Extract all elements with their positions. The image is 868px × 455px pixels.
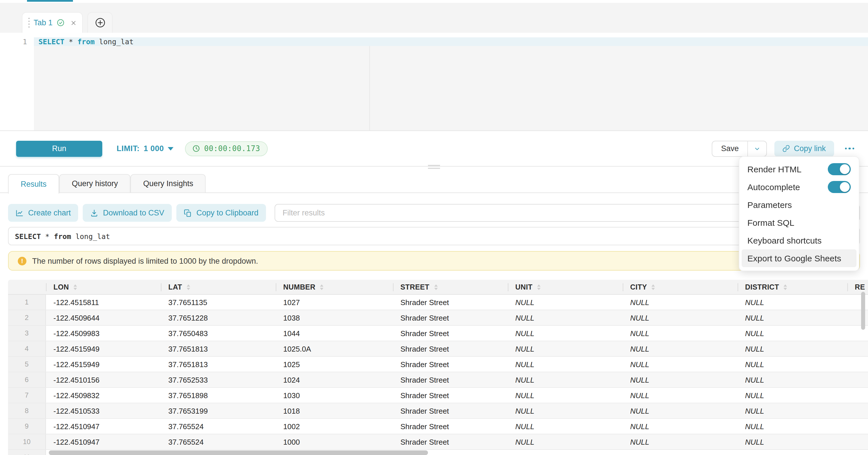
table-cell: -122.4515949 [46,357,161,372]
download-csv-label: Download to CSV [103,209,164,217]
menu-item-label: Format SQL [747,218,794,228]
autocomplete-toggle[interactable] [828,181,851,193]
copy-link-button[interactable]: Copy link [774,141,834,156]
sort-icon[interactable] [537,284,540,290]
table-cell: 37.7652533 [161,372,276,387]
column-header-city[interactable]: CITY [623,280,738,294]
menu-item-render-html[interactable]: Render HTML [739,160,859,178]
table-header-row: LONLATNUMBERSTREETUNITCITYDISTRICTRE [8,280,868,295]
pane-resize-handle[interactable] [428,165,440,171]
create-chart-button[interactable]: Create chart [8,204,79,222]
table-row: 9-122.451094737.7655241002Shrader Street… [8,419,868,434]
sort-icon[interactable] [652,284,655,290]
column-header-re[interactable]: RE [847,280,868,294]
sql-code-line[interactable]: SELECT * from long_lat [38,37,133,46]
save-options-button[interactable] [748,141,766,156]
table-cell: NULL [508,326,623,341]
limit-dropdown[interactable]: LIMIT: 1 000 [117,144,174,153]
column-header-district[interactable]: DISTRICT [738,280,847,294]
table-row: 5-122.451594937.76518131025Shrader Stree… [8,357,868,372]
sql-text: * [64,37,77,46]
sort-icon[interactable] [434,284,437,290]
column-header-lon[interactable]: LON [46,280,161,294]
table-cell: NULL [508,295,623,310]
table-cell: Shrader Street [393,388,508,403]
table-cell: NULL [738,419,847,434]
table-cell: NULL [508,419,623,434]
column-header-unit[interactable]: UNIT [508,280,623,294]
sql-lab-app: Tab 1 1 SELECT * from long_lat Run LIMIT… [0,0,868,455]
menu-item-label: Keyboard shortcuts [747,236,822,245]
table-cell: 1044 [276,326,393,341]
table-cell: Shrader Street [393,403,508,418]
copy-clipboard-button[interactable]: Copy to Clipboard [176,204,266,222]
table-cell: -122.4515811 [46,295,161,310]
table-cell: 1038 [276,310,393,325]
table-cell: 37.7650483 [161,326,276,341]
vertical-scrollbar[interactable] [861,292,865,330]
save-button[interactable]: Save [712,141,747,156]
close-icon[interactable] [70,20,76,26]
table-row: 4-122.451594937.76518131025.0AShrader St… [8,341,868,357]
sort-icon[interactable] [73,284,77,290]
row-number: 9 [8,419,46,434]
column-header-lat[interactable]: LAT [161,280,276,294]
menu-item-label: Export to Google Sheets [747,253,841,263]
menu-item-keyboard-shortcuts[interactable]: Keyboard shortcuts [739,232,859,249]
row-number: 4 [8,341,46,356]
table-cell: NULL [738,434,847,449]
render-html-toggle[interactable] [828,163,851,175]
editor-tab-label: Tab 1 [34,19,53,27]
sql-keyword: from [54,232,71,240]
table-cell: NULL [623,450,738,455]
add-tab-button[interactable] [87,12,113,33]
row-number: 1 [8,295,46,310]
table-cell: NULL [623,403,738,418]
menu-item-export-google-sheets[interactable]: Export to Google Sheets [742,249,857,267]
editor-tab-active[interactable]: Tab 1 [22,12,83,33]
sort-icon[interactable] [784,284,787,290]
tab-query-insights[interactable]: Query Insights [131,174,206,193]
table-cell [847,403,868,418]
table-cell: NULL [508,388,623,403]
tab-results[interactable]: Results [8,174,59,193]
table-cell: Shrader Street [393,310,508,325]
sort-icon[interactable] [320,284,323,290]
table-cell: NULL [738,326,847,341]
download-csv-button[interactable]: Download to CSV [83,204,172,222]
table-cell: 37.7651813 [161,357,276,372]
row-number: 2 [8,310,46,325]
editor-background[interactable] [34,46,868,130]
horizontal-scrollbar[interactable] [49,450,428,455]
column-label: CITY [630,283,647,291]
table-cell: 1030 [276,388,393,403]
table-cell: -122.4509983 [46,326,161,341]
menu-item-format-sql[interactable]: Format SQL [739,214,859,232]
table-cell: NULL [738,388,847,403]
table-cell: NULL [623,341,738,356]
table-row: 8-122.451053337.76531991018Shrader Stree… [8,403,868,419]
table-cell: NULL [738,450,847,455]
run-button[interactable]: Run [16,141,102,156]
column-header-number[interactable]: NUMBER [276,280,393,294]
column-label: RE [855,283,865,291]
editor-current-line-highlight [34,37,868,46]
column-header-street[interactable]: STREET [393,280,508,294]
tab-query-history[interactable]: Query history [59,174,131,193]
sort-icon[interactable] [187,284,190,290]
more-options-button[interactable] [844,144,855,153]
table-cell: -122.4510156 [46,372,161,387]
sql-editor[interactable]: 1 SELECT * from long_lat [0,33,868,130]
menu-item-autocomplete[interactable]: Autocomplete [739,178,859,196]
sql-text: * [41,232,54,240]
table-cell: NULL [508,450,623,455]
menu-item-parameters[interactable]: Parameters [739,196,859,214]
table-cell: NULL [623,388,738,403]
drag-handle-icon[interactable] [28,18,30,28]
editor-tab-strip: Tab 1 [0,3,868,33]
table-cell [847,341,868,356]
row-number: 10 [8,434,46,449]
table-cell: NULL [738,357,847,372]
table-cell: 37.7653199 [161,403,276,418]
elapsed-timer-badge: 00:00:00.173 [185,141,268,156]
